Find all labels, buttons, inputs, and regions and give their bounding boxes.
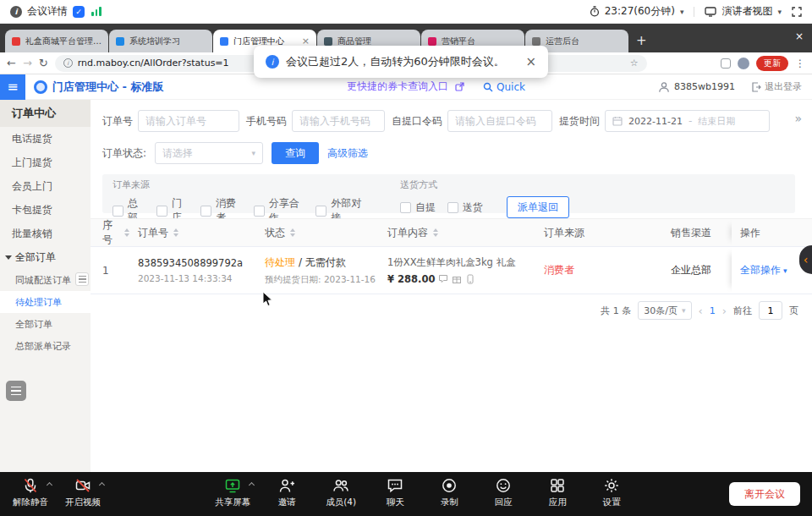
- filter-row-2: 订单状态: 请选择 ▾ 查询 高级筛选: [102, 142, 368, 164]
- sidebar-item-all-orders[interactable]: 全部订单: [0, 313, 91, 335]
- sidebar-item-member-visit[interactable]: 会员上门: [0, 174, 91, 198]
- new-tab-button[interactable]: +: [636, 33, 647, 48]
- browser-tab[interactable]: 系统培训学习: [109, 30, 212, 52]
- promo-link[interactable]: 更快捷的券卡查询入口: [347, 80, 448, 94]
- sidebar-item-pending-orders[interactable]: 待处理订单: [0, 291, 91, 313]
- leave-meeting-button[interactable]: 离开会议: [729, 482, 800, 506]
- current-page[interactable]: 1: [710, 305, 716, 316]
- sidebar: 订单中心 电话提货 上门提货 会员上门 卡包提货 批量核销 全部订单 同城配送订…: [0, 100, 91, 472]
- chat-icon: [387, 477, 403, 494]
- user-icon: [658, 81, 670, 93]
- search-button[interactable]: 查询: [272, 142, 319, 164]
- window-close-icon[interactable]: ×: [795, 30, 804, 42]
- sidebar-item-door-pickup[interactable]: 上门提货: [0, 151, 91, 174]
- quick-search-link[interactable]: Quick: [483, 81, 525, 93]
- date-start-input[interactable]: [627, 115, 684, 128]
- page-size-select[interactable]: 30条/页 ▾: [638, 301, 691, 320]
- phone-input[interactable]: [292, 110, 385, 132]
- back-icon[interactable]: ←: [7, 57, 16, 69]
- chat-button[interactable]: 聊天: [371, 476, 419, 508]
- settings-button[interactable]: 设置: [588, 476, 635, 508]
- order-source: 消费者: [544, 263, 574, 277]
- sort-icon[interactable]: [290, 228, 295, 237]
- chevron-down-icon: ▾: [682, 306, 686, 315]
- sidebar-item-batch-verify[interactable]: 批量核销: [0, 222, 91, 245]
- date-end-input[interactable]: [696, 115, 743, 128]
- all-actions-dropdown[interactable]: 全部操作 ▾: [740, 263, 787, 277]
- sort-icon[interactable]: [433, 228, 438, 237]
- tab-favicon: [324, 37, 332, 46]
- members-button[interactable]: 成员(4): [317, 476, 365, 508]
- external-link-icon[interactable]: [455, 82, 464, 91]
- payment-status: / 无需付款: [299, 256, 346, 268]
- prev-page-button[interactable]: ‹: [699, 305, 703, 317]
- bookmark-star-icon[interactable]: ☆: [630, 58, 639, 69]
- sidebar-item-hq-dispatch-log[interactable]: 总部派单记录: [0, 335, 91, 357]
- app-header: ≡ 门店管理中心 - 标准版 更快捷的券卡查询入口 Quick 8385wb19…: [0, 74, 812, 100]
- order-price: ¥ 288.00: [387, 273, 435, 285]
- fullscreen-icon[interactable]: [792, 7, 802, 17]
- meeting-details-label[interactable]: 会议详情: [27, 4, 68, 19]
- sort-icon[interactable]: [173, 228, 178, 237]
- forward-icon[interactable]: →: [23, 57, 32, 69]
- reload-icon[interactable]: ↻: [39, 57, 48, 69]
- chevron-up-icon[interactable]: [47, 482, 52, 488]
- date-range-picker[interactable]: -: [605, 110, 770, 132]
- toast-text: 会议已超过2人，自动转为60分钟限时会议。: [286, 54, 505, 69]
- filter-collapse-icon[interactable]: »: [794, 112, 802, 125]
- logout-button[interactable]: 退出登录: [751, 80, 802, 93]
- meeting-info-icon[interactable]: i: [10, 6, 22, 18]
- chevron-up-icon[interactable]: [249, 482, 255, 488]
- reactions-button[interactable]: 回应: [480, 476, 527, 508]
- phone-icon[interactable]: [465, 274, 475, 284]
- share-screen-button[interactable]: 共享屏幕: [209, 476, 256, 508]
- browser-profile-avatar[interactable]: [738, 58, 749, 69]
- apps-button[interactable]: 应用: [534, 476, 581, 508]
- browser-update-button[interactable]: 更新: [756, 56, 788, 71]
- checkbox-delivery[interactable]: 送货: [447, 200, 483, 215]
- checkbox-self-pickup[interactable]: 自提: [400, 200, 436, 215]
- record-button[interactable]: 录制: [425, 476, 473, 508]
- browser-tab[interactable]: 礼盒商城平台管理中心: [5, 30, 108, 52]
- annotation-list-icon[interactable]: [6, 381, 26, 401]
- sales-channel: 企业总部: [671, 263, 711, 277]
- browser-menu-icon[interactable]: ⋮: [795, 58, 805, 69]
- pickup-code-input[interactable]: [447, 110, 552, 132]
- invite-button[interactable]: 邀请: [263, 476, 310, 508]
- start-video-button[interactable]: 开启视频: [59, 476, 107, 508]
- view-mode-label[interactable]: 演讲者视图: [721, 4, 772, 19]
- view-mode-caret-icon[interactable]: ▾: [777, 8, 782, 16]
- username[interactable]: 8385wb1991: [674, 81, 735, 92]
- tab-favicon: [428, 37, 436, 46]
- chevron-up-icon[interactable]: [99, 482, 105, 488]
- note-icon[interactable]: [438, 274, 448, 284]
- unmute-button[interactable]: 解除静音: [7, 476, 54, 508]
- dispatch-return-button[interactable]: 派单退回: [507, 196, 569, 218]
- security-shield-icon[interactable]: ✓: [73, 6, 85, 18]
- network-signal-icon: [91, 7, 102, 16]
- sidebar-collapse-icon[interactable]: [75, 272, 89, 286]
- sidebar-group-all-orders[interactable]: 全部订单: [0, 245, 91, 269]
- order-status-select[interactable]: 请选择 ▾: [155, 142, 263, 164]
- next-page-button[interactable]: ›: [722, 305, 727, 317]
- toast-close-icon[interactable]: ×: [525, 54, 536, 69]
- advanced-filter-link[interactable]: 高级筛选: [327, 146, 368, 161]
- timer-caret-icon[interactable]: ▾: [680, 8, 684, 16]
- share-screen-icon: [224, 477, 241, 494]
- checkbox-icon: [447, 202, 458, 213]
- site-info-icon[interactable]: i: [63, 58, 73, 68]
- goto-page-input[interactable]: [759, 301, 782, 320]
- goto-label: 前往: [733, 305, 752, 317]
- extensions-icon[interactable]: [721, 58, 731, 69]
- app-menu-button[interactable]: ≡: [0, 74, 25, 100]
- order-no-input[interactable]: [138, 110, 239, 132]
- checkbox-icon: [200, 206, 211, 217]
- members-icon: [332, 477, 349, 494]
- gift-icon[interactable]: [452, 274, 462, 284]
- sidebar-item-card-pickup[interactable]: 卡包提货: [0, 198, 91, 222]
- pickup-time-label: 提货时间: [559, 114, 600, 129]
- table-header: 序号 订单号 状态 订单内容 订单来源 销售渠道 操作: [91, 218, 812, 247]
- sidebar-item-phone-pickup[interactable]: 电话提货: [0, 127, 91, 151]
- checkbox-icon: [315, 206, 326, 217]
- reaction-smiley-icon: [495, 477, 512, 494]
